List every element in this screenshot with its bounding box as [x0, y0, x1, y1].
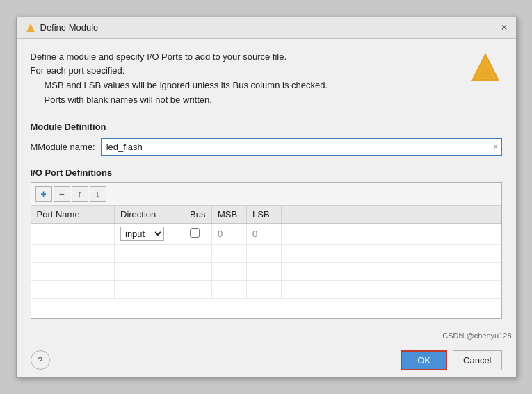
description-area: Define a module and specify I/O Ports to… [31, 50, 502, 119]
title-bar-left: Define Module [25, 22, 99, 33]
logo-svg [469, 50, 502, 83]
io-port-table: Port Name Direction Bus MSB LSB [31, 206, 501, 299]
msb-cell [212, 280, 247, 298]
title-bar: Define Module ✕ [17, 17, 516, 39]
direction-cell [115, 280, 184, 298]
col-bus: Bus [184, 206, 212, 224]
bus-checkbox[interactable] [190, 228, 200, 238]
extra-cell [282, 244, 501, 262]
extra-cell [282, 223, 501, 244]
io-toolbar: + − ↑ ↓ [31, 183, 501, 206]
table-row: input output inout 0 0 [31, 223, 501, 244]
watermark: CSDN @chenyu128 [17, 330, 516, 343]
col-extra [282, 206, 501, 224]
msb-cell [212, 244, 247, 262]
module-name-row: MModule name: ☓ [31, 138, 502, 156]
help-button[interactable]: ? [31, 350, 50, 370]
table-row [31, 262, 501, 280]
cancel-button[interactable]: Cancel [453, 350, 501, 370]
port-name-cell [31, 280, 115, 298]
table-header-row: Port Name Direction Bus MSB LSB [31, 206, 501, 224]
col-port-name: Port Name [31, 206, 115, 224]
desc-line2: For each port specified: [31, 64, 502, 79]
title-icon [25, 22, 36, 33]
io-port-definitions-title: I/O Port Definitions [31, 167, 502, 178]
lsb-cell [247, 280, 282, 298]
move-up-button[interactable]: ↑ [72, 186, 88, 202]
io-port-definitions-panel: + − ↑ ↓ Port Name Direction Bus MSB LSB [31, 182, 502, 319]
desc-line3: MSB and LSB values will be ignored unles… [45, 79, 502, 93]
module-name-label: MModule name: [31, 142, 95, 152]
msb-cell [212, 262, 247, 280]
port-name-cell [31, 223, 115, 244]
module-name-input-wrap: ☓ [101, 138, 502, 156]
lsb-cell: 0 [247, 223, 282, 244]
msb-cell: 0 [212, 223, 247, 244]
remove-port-button[interactable]: − [54, 186, 70, 202]
bus-cell [184, 223, 212, 244]
dialog-title: Define Module [40, 22, 99, 33]
brand-logo [469, 50, 502, 85]
port-name-cell [31, 244, 115, 262]
ok-button[interactable]: OK [401, 350, 447, 370]
footer-buttons: OK Cancel [401, 350, 501, 370]
port-name-cell [31, 262, 115, 280]
table-row [31, 244, 501, 262]
direction-cell: input output inout [115, 223, 184, 244]
col-msb: MSB [212, 206, 247, 224]
direction-cell [115, 244, 184, 262]
col-lsb: LSB [247, 206, 282, 224]
add-port-button[interactable]: + [35, 186, 52, 202]
col-direction: Direction [115, 206, 184, 224]
lsb-cell [247, 244, 282, 262]
clear-input-icon[interactable]: ☓ [493, 141, 498, 152]
description-text: Define a module and specify I/O Ports to… [31, 50, 502, 108]
bus-cell [184, 280, 212, 298]
desc-line4: Ports with blank names will not be writt… [45, 93, 502, 108]
extra-cell [282, 280, 501, 298]
lsb-cell [247, 262, 282, 280]
dialog-body: Define a module and specify I/O Ports to… [17, 39, 516, 330]
desc-line1: Define a module and specify I/O Ports to… [31, 50, 502, 65]
move-down-button[interactable]: ↓ [90, 186, 106, 202]
define-module-dialog: Define Module ✕ Define a module and spec… [16, 17, 517, 378]
extra-cell [282, 262, 501, 280]
module-name-input[interactable] [101, 138, 502, 156]
dialog-footer: ? OK Cancel [17, 343, 516, 377]
table-row [31, 280, 501, 298]
direction-select[interactable]: input output inout [120, 227, 164, 241]
bus-cell [184, 262, 212, 280]
bus-cell [184, 244, 212, 262]
module-definition-section-title: Module Definition [31, 122, 502, 132]
direction-cell [115, 262, 184, 280]
close-icon[interactable]: ✕ [501, 23, 508, 33]
svg-marker-1 [27, 25, 34, 31]
